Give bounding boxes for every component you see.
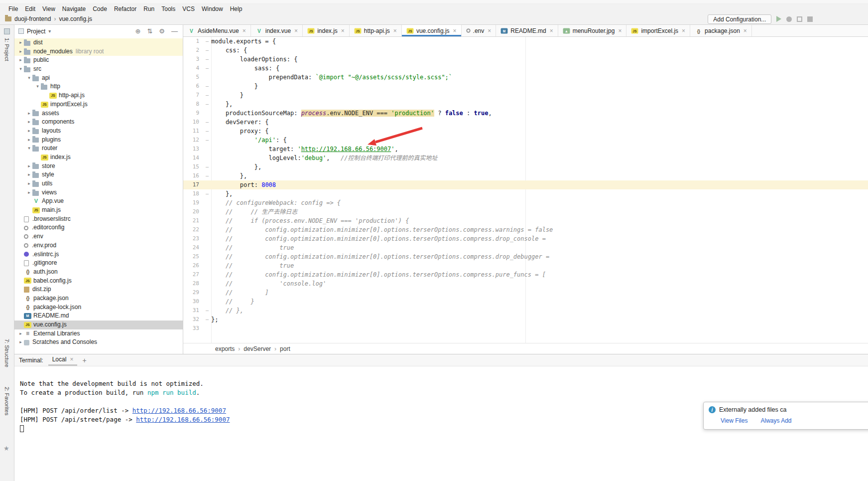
tree-item-public[interactable]: ▸public <box>14 56 183 65</box>
tree-item-.eslintrc.js[interactable]: .eslintrc.js <box>14 250 183 259</box>
gear-icon[interactable]: ⚙ <box>159 27 165 35</box>
tab-importExcel.js[interactable]: JSimportExcel.js× <box>626 25 690 36</box>
chevron-right-icon[interactable]: ▸ <box>17 329 24 338</box>
close-icon[interactable]: × <box>294 27 298 34</box>
close-icon[interactable]: × <box>618 27 621 34</box>
tab-menuRouter.jpg[interactable]: ▲menuRouter.jpg× <box>558 25 627 36</box>
chevron-down-icon[interactable]: ▾ <box>26 74 32 83</box>
tree-item-.browserslistrc[interactable]: .browserslistrc <box>14 215 183 224</box>
close-icon[interactable]: × <box>393 27 397 34</box>
breadcrumb-devServer[interactable]: devServer <box>244 345 271 352</box>
tree-item-index.js[interactable]: JSindex.js <box>14 153 183 162</box>
close-icon[interactable]: × <box>682 27 685 34</box>
stop-icon[interactable] <box>807 16 813 22</box>
tree-item-External Libraries[interactable]: ▸≡External Libraries <box>14 329 183 338</box>
close-icon[interactable]: × <box>488 27 491 34</box>
close-icon[interactable]: × <box>341 27 345 34</box>
terminal-link[interactable]: http://192.168.66.56:9007 <box>136 416 230 423</box>
tree-item-http[interactable]: ▾http <box>14 82 183 91</box>
tree-item-.gitignore[interactable]: .gitignore <box>14 259 183 268</box>
tool-strip-favorites[interactable]: 2: Favorites <box>4 387 10 415</box>
tree-item-components[interactable]: ▸components <box>14 118 183 127</box>
tree-item-dist.zip[interactable]: dist.zip <box>14 285 183 294</box>
notification-action-view-files[interactable]: View Files <box>721 417 747 424</box>
tree-item-package.json[interactable]: {}package.json <box>14 294 183 303</box>
menu-refactor[interactable]: Refactor <box>111 4 140 13</box>
chevron-right-icon[interactable]: ▸ <box>26 179 32 188</box>
tree-item-assets[interactable]: ▸assets <box>14 109 183 118</box>
chevron-right-icon[interactable]: ▸ <box>17 38 24 47</box>
terminal-tab-local[interactable]: Local × <box>48 354 78 366</box>
fold-marker-icon[interactable]: – <box>203 189 211 198</box>
tree-item-App.vue[interactable]: VApp.vue <box>14 197 183 206</box>
tree-item-views[interactable]: ▸views <box>14 188 183 197</box>
tree-item-.env[interactable]: .env <box>14 232 183 241</box>
fold-marker-icon[interactable]: – <box>203 64 211 73</box>
tree-item-http-api.js[interactable]: JShttp-api.js <box>14 91 183 100</box>
project-tool-window-icon[interactable] <box>4 28 10 34</box>
fold-marker-icon[interactable]: – <box>203 127 211 136</box>
tree-item-babel.config.js[interactable]: JSbabel.config.js <box>14 277 183 286</box>
new-terminal-button[interactable]: + <box>82 356 86 364</box>
close-icon[interactable]: × <box>744 27 747 34</box>
editor-body[interactable]: 1–module.exports = {2– css: {3– loaderOp… <box>183 37 868 343</box>
tree-item-Scratches and Consoles[interactable]: ▸Scratches and Consoles <box>14 338 183 347</box>
coverage-icon[interactable] <box>797 16 802 22</box>
tree-item-plugins[interactable]: ▸plugins <box>14 136 183 145</box>
menu-help[interactable]: Help <box>227 4 246 13</box>
chevron-right-icon[interactable]: ▸ <box>17 56 24 65</box>
fold-marker-icon[interactable]: – <box>203 306 211 315</box>
close-icon[interactable]: × <box>243 27 246 34</box>
tab-.env[interactable]: .env× <box>462 25 496 36</box>
chevron-down-icon[interactable]: ▾ <box>34 82 41 91</box>
fold-marker-icon[interactable]: – <box>203 91 211 100</box>
fold-marker-icon[interactable]: – <box>203 46 211 55</box>
menu-edit[interactable]: Edit <box>21 4 39 13</box>
chevron-down-icon[interactable]: ▾ <box>26 144 32 153</box>
close-icon[interactable]: × <box>550 27 553 34</box>
add-configuration-button[interactable]: Add Configuration... <box>708 14 771 24</box>
tree-item-dist[interactable]: ▸dist <box>14 38 183 47</box>
tab-README.md[interactable]: MREADME.md× <box>496 25 558 36</box>
tree-item-style[interactable]: ▸style <box>14 170 183 179</box>
hide-panel-icon[interactable]: — <box>171 27 178 35</box>
menu-tools[interactable]: Tools <box>158 4 179 13</box>
chevron-right-icon[interactable]: ▸ <box>26 127 32 136</box>
menu-vcs[interactable]: VCS <box>179 4 198 13</box>
chevron-right-icon[interactable]: ▸ <box>17 338 24 347</box>
terminal-link[interactable]: http://192.168.66.56:9007 <box>132 407 226 414</box>
chevron-down-icon[interactable]: ▾ <box>17 65 24 74</box>
tree-item-auth.json[interactable]: {}auth.json <box>14 268 183 277</box>
tab-package.json[interactable]: {}package.json× <box>690 25 752 36</box>
chevron-right-icon[interactable]: ▸ <box>17 47 24 56</box>
menu-run[interactable]: Run <box>140 4 158 13</box>
chevron-right-icon[interactable]: ▸ <box>26 118 32 127</box>
tab-index.vue[interactable]: Vindex.vue× <box>251 25 303 36</box>
chevron-right-icon[interactable]: ▸ <box>26 170 32 179</box>
tab-AsideMenu.vue[interactable]: VAsideMenu.vue× <box>183 25 251 36</box>
tool-strip-project[interactable]: 1: Project <box>4 38 10 61</box>
menu-file[interactable]: File <box>5 4 21 13</box>
fold-marker-icon[interactable]: – <box>203 315 211 324</box>
menu-window[interactable]: Window <box>198 4 227 13</box>
breadcrumb-exports[interactable]: exports <box>215 345 235 352</box>
close-icon[interactable]: × <box>453 27 457 34</box>
tree-item-node_modules[interactable]: ▸node_moduleslibrary root <box>14 47 183 56</box>
tree-item-importExcel.js[interactable]: JSimportExcel.js <box>14 100 183 109</box>
run-icon[interactable] <box>776 16 781 22</box>
tab-vue.config.js[interactable]: JSvue.config.js× <box>402 25 462 36</box>
tree-item-main.js[interactable]: JSmain.js <box>14 206 183 215</box>
chevron-right-icon[interactable]: ▸ <box>26 162 32 171</box>
close-icon[interactable]: × <box>70 356 73 363</box>
collapse-all-icon[interactable]: ⇅ <box>147 27 152 35</box>
tool-strip-structure[interactable]: 7: Structure <box>4 339 10 367</box>
menu-navigate[interactable]: Navigate <box>59 4 89 13</box>
chevron-right-icon[interactable]: ▸ <box>26 188 32 197</box>
tree-item-router[interactable]: ▾router <box>14 144 183 153</box>
tree-item-README.md[interactable]: MREADME.md <box>14 312 183 321</box>
breadcrumb-file[interactable]: vue.config.js <box>59 15 92 22</box>
fold-marker-icon[interactable]: – <box>203 118 211 127</box>
menu-view[interactable]: View <box>39 4 59 13</box>
tree-item-utils[interactable]: ▸utils <box>14 179 183 188</box>
breadcrumb-port[interactable]: port <box>280 345 290 352</box>
